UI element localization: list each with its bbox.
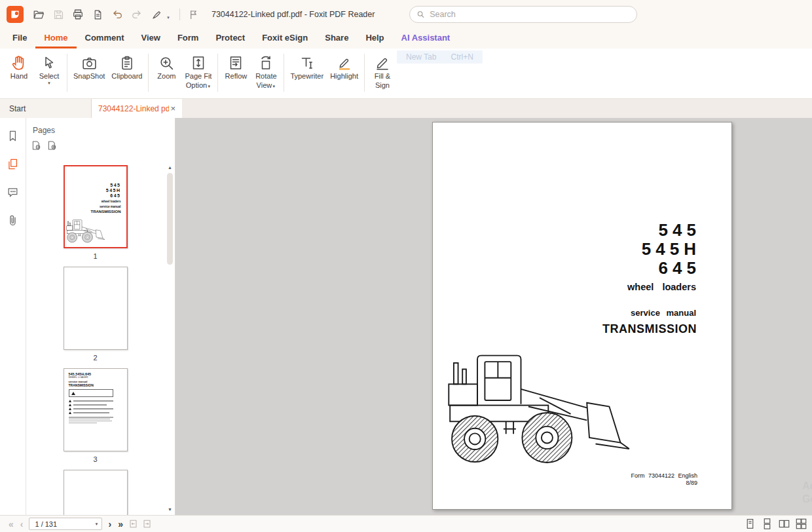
search-box[interactable] [409,6,637,23]
ribbon-divider [67,54,67,92]
pages-panel-icon[interactable] [7,158,19,170]
page-thumbnail-2[interactable] [64,267,128,350]
thumbnail-item-3: 545,545H,645 WHEEL LOADER service manual… [26,368,164,463]
pages-panel-title: Pages [26,118,175,135]
tool-hand[interactable]: Hand [4,52,34,83]
thumbnail-number: 3 [26,455,164,463]
redo-button[interactable] [128,6,145,23]
open-file-button[interactable] [30,6,47,23]
menu-share[interactable]: Share [316,29,357,48]
last-page-button[interactable]: » [115,520,126,529]
menubar: File Home Comment View Form Protect Foxi… [0,29,812,48]
tool-highlight[interactable]: Highlight [327,52,361,83]
tool-typewriter[interactable]: Typewriter [287,52,327,83]
document-view-area[interactable]: 545 545H 645 wheel loaders service manua… [175,118,812,515]
tool-reflow[interactable]: Reflow [221,52,251,83]
select-dropdown-icon[interactable]: ▼ [47,81,51,85]
ribbon-divider [148,54,149,92]
menu-file[interactable]: File [4,29,35,48]
tab-start[interactable]: Start [0,99,92,118]
typewriter-icon [299,55,315,71]
rotate-view-dropdown-icon[interactable]: ▼ [272,85,276,88]
page-subtitle: wheel loaders [627,282,696,292]
tab-document[interactable]: 73044122-Linked pdf.... × [92,99,182,118]
page-number-box[interactable]: 1 / 131 ▼ [29,518,102,530]
ink-signature-button[interactable] [148,6,165,23]
first-page-button[interactable]: « [5,520,17,529]
menu-foxit-esign[interactable]: Foxit eSign [253,29,316,48]
close-tab-icon[interactable]: × [169,104,177,113]
tool-fill-sign[interactable]: Fill & Sign [367,52,397,92]
page-setup-button[interactable] [89,6,106,23]
thumbnail-item-1: 545 545H 645 wheel loaders service manua… [26,165,164,260]
tool-snapshot[interactable]: SnapShot [70,52,108,83]
page-thumbnail-3[interactable]: 545,545H,645 WHEEL LOADER service manual… [64,368,128,451]
flag-button[interactable] [185,6,202,23]
clipped-corner-overlay: Ac Go [802,480,812,506]
menu-protect[interactable]: Protect [207,29,253,48]
single-page-view-icon[interactable] [745,518,756,529]
thumbnail-scrollbar[interactable]: ▲ ▼ [165,162,175,514]
page-thumbnail-1[interactable]: 545 545H 645 wheel loaders service manua… [64,165,128,248]
undo-button[interactable] [109,6,126,23]
page-indicator: 1 / 131 [29,520,94,528]
previous-view-button[interactable] [128,519,138,529]
redo-icon [131,9,143,20]
reflow-icon [228,55,244,71]
view-mode-icons [745,516,807,532]
menu-ai-assistant[interactable]: AI Assistant [393,29,459,48]
wheel-loader-illustration [442,351,637,475]
menu-home[interactable]: Home [35,29,76,48]
thumbnail-number: 1 [26,252,164,260]
facing-view-icon[interactable] [779,518,790,529]
menu-form[interactable]: Form [169,29,208,48]
menu-view[interactable]: View [132,29,168,48]
previous-view-icon [128,519,138,529]
pdf-page[interactable]: 545 545H 645 wheel loaders service manua… [432,122,732,510]
tool-select[interactable]: Select ▼ [34,52,64,86]
camera-icon [81,55,98,71]
attachments-panel-icon[interactable] [7,214,19,227]
ink-signature-dropdown-icon[interactable]: ▼ [166,16,170,20]
menu-comment[interactable]: Comment [77,29,133,48]
page-fit-dropdown-icon[interactable]: ▼ [207,85,211,88]
menu-help[interactable]: Help [357,29,392,48]
tool-zoom[interactable]: Zoom [151,52,181,83]
thumbnail-list: 545 545H 645 wheel loaders service manua… [26,165,164,515]
tool-clipboard[interactable]: Clipboard [108,52,145,83]
scroll-down-icon[interactable]: ▼ [165,504,175,514]
scroll-up-icon[interactable]: ▲ [165,162,175,172]
flag-icon [188,9,199,20]
facing-continuous-view-icon[interactable] [796,518,807,529]
tool-rotate-view[interactable]: Rotate View▼ [251,52,281,92]
comments-panel-icon[interactable] [7,186,19,199]
page-model-numbers: 545 545H 645 [642,221,701,278]
print-icon [72,9,84,20]
navigation-icon-strip [0,118,26,515]
tool-page-fit-option[interactable]: Page Fit Option▼ [181,52,215,92]
ribbon-divider [284,54,284,92]
shrink-thumbnails-icon[interactable] [31,140,42,151]
next-page-button[interactable]: › [105,520,115,529]
foxit-logo-icon[interactable] [7,6,24,23]
bookmarks-panel-icon[interactable] [7,130,19,142]
save-icon [53,9,64,20]
page-dropdown-icon[interactable]: ▼ [95,522,99,526]
content-area: Pages 545 545H 645 wheel loaders [0,118,812,515]
warning-triangle-icon [71,392,75,395]
foxit-pdf-reader-window: ▼ 73044122-Linked pdf.pdf - Foxit PDF Re… [0,0,812,532]
print-button[interactable] [69,6,86,23]
page-service-line: service manual [631,308,696,318]
scrollbar-thumb[interactable] [167,173,173,265]
save-button[interactable] [50,6,67,23]
titlebar-divider [179,9,180,20]
search-input[interactable] [430,10,630,19]
window-title: 73044122-Linked pdf.pdf - Foxit PDF Read… [212,10,375,19]
next-view-button[interactable] [142,519,152,529]
titlebar: ▼ 73044122-Linked pdf.pdf - Foxit PDF Re… [0,0,812,29]
thumbnail-item-2: 2 [26,267,164,362]
page-thumbnail-4[interactable] [64,470,128,515]
previous-page-button[interactable]: ‹ [17,520,27,529]
enlarge-thumbnails-icon[interactable] [47,140,58,151]
continuous-view-icon[interactable] [762,518,773,529]
